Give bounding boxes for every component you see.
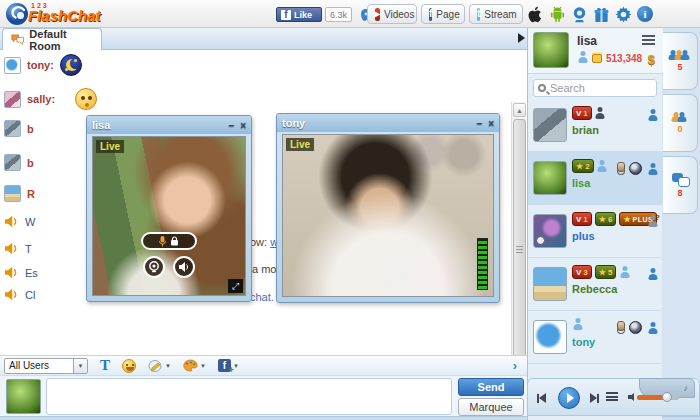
marquee-button[interactable]: Marquee [458, 398, 524, 416]
sidebar-collapse-arrow[interactable] [518, 33, 525, 43]
mic-icon[interactable] [616, 162, 624, 175]
composer: Send Marquee [0, 375, 527, 416]
draw-tool-button[interactable]: ▼ [148, 359, 171, 373]
volume-speaker-icon [628, 393, 634, 401]
twitter-icon: t [477, 8, 480, 21]
webcam-icon[interactable] [629, 321, 642, 334]
avatar-tony[interactable] [533, 320, 567, 354]
webcam-icon [148, 261, 160, 273]
tab-rooms-list[interactable]: 8 [663, 156, 698, 214]
webcam-icon[interactable] [629, 162, 642, 175]
audience-value: All Users [9, 360, 49, 371]
friends-group-icon [674, 112, 686, 122]
toolbar-expand-arrow[interactable]: › [513, 358, 523, 373]
play-button[interactable] [552, 387, 586, 409]
mic-icon[interactable] [616, 321, 624, 334]
pm-user-icon[interactable] [647, 322, 658, 334]
minimize-icon[interactable]: – [229, 120, 235, 131]
search-box[interactable]: Search [533, 79, 657, 97]
avatar-plus[interactable] [533, 214, 567, 248]
scroll-up-arrow[interactable]: ▲ [513, 103, 526, 117]
gift-icon[interactable] [593, 6, 610, 23]
member-icon [577, 51, 588, 63]
username: lisa [572, 177, 590, 189]
theme-palette-button[interactable]: ▼ [183, 359, 206, 372]
currency-icon[interactable]: $ [648, 52, 655, 67]
away-clock-icon [536, 236, 545, 245]
avatar-rebecca[interactable] [533, 267, 567, 301]
video-window-titlebar[interactable]: lisa – × [87, 116, 251, 134]
clipped-message-fragment: chat. [250, 291, 274, 303]
menu-icon[interactable] [642, 35, 655, 45]
send-button[interactable]: Send [458, 378, 524, 396]
tab-friends-list[interactable]: 0 [663, 94, 698, 152]
stream-button[interactable]: t Stream [469, 4, 523, 24]
pm-user-icon[interactable] [647, 109, 658, 121]
video-window-tony[interactable]: tony – × Live [276, 113, 500, 303]
android-icon[interactable] [549, 6, 566, 23]
video-window-titlebar[interactable]: tony – × [277, 114, 499, 132]
page-button[interactable]: f Page [421, 4, 465, 24]
avatar-lisa[interactable] [533, 161, 567, 195]
message-input-box[interactable] [46, 378, 452, 415]
facebook-share-button[interactable]: f+ ▼ [218, 359, 239, 372]
video-window-lisa[interactable]: lisa – × Live [86, 115, 252, 302]
playlist-icon[interactable] [606, 392, 618, 401]
message-input[interactable] [47, 379, 451, 414]
audience-select[interactable]: All Users ▼ [4, 358, 88, 374]
close-icon[interactable]: × [488, 118, 494, 129]
minimize-icon[interactable]: – [477, 118, 483, 129]
user-sidebar: lisa 513,348 $ Search 1 brian 2 [527, 28, 662, 420]
avatar-brian [4, 120, 21, 137]
apple-icon[interactable] [527, 6, 544, 23]
next-track-button[interactable] [590, 393, 599, 403]
volume-slider[interactable] [637, 395, 679, 400]
prev-track-button[interactable] [537, 393, 546, 403]
tab-users-list[interactable]: 5 [663, 32, 698, 90]
info-icon[interactable]: i [637, 6, 653, 22]
user-row-lisa[interactable]: 2 lisa [528, 152, 663, 205]
close-icon[interactable]: × [240, 120, 246, 131]
fullscreen-icon[interactable]: ⤢ [228, 279, 243, 293]
facebook-like-button[interactable]: f Like [276, 7, 322, 22]
chat-username: b [27, 123, 34, 135]
text-format-button[interactable]: T [100, 357, 110, 374]
member-icon [597, 160, 608, 172]
gear-icon[interactable] [615, 6, 632, 23]
system-text: Cl [25, 289, 35, 301]
chat-bubbles-icon [672, 173, 688, 186]
avatar-lisa[interactable] [533, 32, 569, 68]
system-message: W [4, 215, 35, 228]
volume-knob[interactable] [662, 392, 672, 402]
webcam-toggle-button[interactable] [143, 256, 165, 278]
vip-badge: 1 [572, 106, 592, 120]
avatar-tony [4, 57, 21, 74]
mic-lock-control[interactable] [141, 232, 197, 250]
user-row-plus[interactable]: 1 6 PLUS plus ? [528, 205, 663, 258]
user-row-rebecca[interactable]: 3 5 Rebecca [528, 258, 663, 311]
video-feed-tony: Live [282, 134, 494, 297]
away-user-icon[interactable]: ? [647, 215, 658, 227]
avatar-brian[interactable] [533, 108, 567, 142]
pm-user-icon[interactable] [647, 268, 658, 280]
facebook-icon: f [281, 10, 291, 20]
volume-control[interactable] [628, 393, 679, 401]
pm-user-icon[interactable] [647, 163, 658, 175]
palette-icon [183, 359, 198, 372]
videos-label: Videos [384, 9, 414, 20]
my-profile-card: lisa 513,348 $ [528, 28, 663, 74]
speaker-icon [4, 242, 19, 255]
emoticon-button[interactable] [122, 359, 136, 373]
system-text: W [25, 216, 35, 228]
user-row-brian[interactable]: 1 brian [528, 99, 663, 152]
webcam-icon[interactable] [571, 6, 588, 23]
videos-button[interactable]: ▸ Videos [367, 4, 417, 24]
speaker-toggle-button[interactable] [173, 256, 195, 278]
speaker-icon [4, 288, 19, 301]
avatar-brian [4, 154, 21, 171]
chat-username: sally: [27, 93, 55, 105]
tab-default-room[interactable]: Default Room [2, 28, 102, 50]
lock-icon [170, 236, 179, 246]
scrollbar-thumb[interactable] [513, 119, 526, 379]
user-row-tony[interactable]: tony [528, 311, 663, 364]
